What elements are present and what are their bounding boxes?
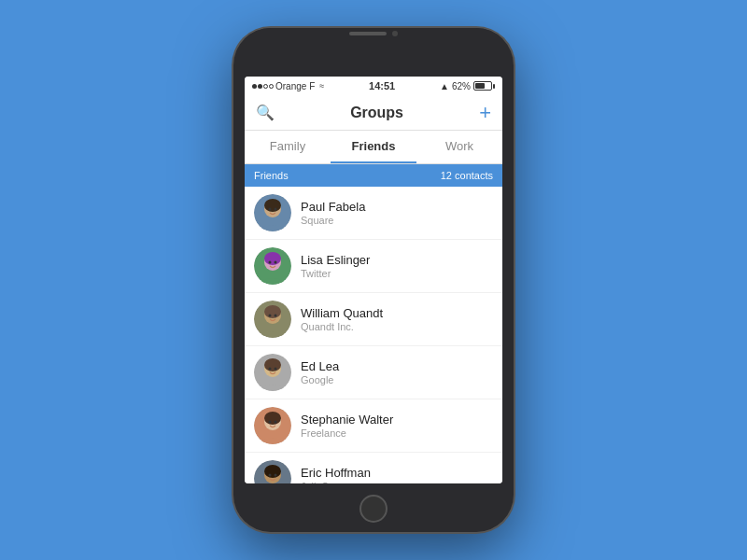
avatar	[254, 301, 291, 338]
nav-bar: 🔍 Groups +	[245, 95, 502, 131]
carrier-label: Orange F	[275, 81, 315, 91]
wifi-icon: ≈	[319, 81, 324, 91]
battery-body	[473, 81, 492, 91]
status-left: Orange F ≈	[252, 81, 324, 91]
battery-fill	[475, 83, 485, 89]
battery-label: 62%	[452, 81, 471, 91]
phone-camera	[392, 31, 398, 36]
avatar	[254, 407, 291, 444]
battery-tip	[493, 84, 495, 89]
section-label: Friends	[254, 170, 289, 181]
contacts-list[interactable]: Paul FabelaSquare Lisa EslingerTwitter W…	[245, 187, 502, 483]
phone-screen: Orange F ≈ 14:51 ▲ 62%	[245, 77, 502, 483]
signal-icon: ▲	[440, 81, 449, 91]
app-content: Orange F ≈ 14:51 ▲ 62%	[245, 77, 502, 483]
svg-point-13	[269, 315, 272, 317]
signal-dots	[252, 84, 274, 89]
status-time: 14:51	[369, 80, 395, 91]
contact-name: Lisa Eslinger	[301, 253, 370, 267]
battery-indicator	[473, 81, 495, 91]
phone-speaker	[349, 32, 387, 35]
dot-1	[252, 84, 257, 89]
svg-point-8	[269, 261, 272, 264]
svg-point-24	[275, 421, 277, 424]
contact-company: JellyCar	[301, 481, 371, 483]
contact-item[interactable]: Eric HoffmanJellyCar	[245, 453, 502, 483]
tab-work[interactable]: Work	[416, 131, 502, 163]
svg-point-14	[275, 315, 277, 317]
contact-name: William Quandt	[301, 306, 383, 320]
contact-company: Twitter	[301, 268, 370, 279]
svg-point-3	[269, 208, 272, 211]
avatar	[254, 354, 291, 391]
section-count: 12 contacts	[441, 170, 493, 181]
phone-top-bar	[233, 28, 514, 39]
contact-name: Eric Hoffman	[301, 466, 371, 480]
contact-name: Ed Lea	[301, 359, 339, 373]
svg-point-27	[264, 465, 281, 478]
status-bar: Orange F ≈ 14:51 ▲ 62%	[245, 77, 502, 95]
contact-name: Stephanie Walter	[301, 413, 393, 427]
contact-item[interactable]: Ed LeaGoogle	[245, 346, 502, 399]
dot-4	[269, 84, 274, 89]
tab-friends[interactable]: Friends	[331, 131, 416, 163]
svg-point-19	[275, 368, 277, 371]
avatar	[254, 460, 291, 483]
status-right: ▲ 62%	[440, 81, 495, 91]
svg-point-22	[264, 412, 281, 425]
svg-point-17	[264, 358, 281, 371]
svg-point-4	[275, 208, 277, 211]
phone-mockup: Orange F ≈ 14:51 ▲ 62%	[233, 28, 514, 532]
contact-company: Quandt Inc.	[301, 321, 383, 332]
add-button[interactable]: +	[479, 103, 491, 123]
contact-name: Paul Fabela	[301, 200, 365, 214]
svg-point-7	[264, 252, 281, 265]
avatar	[254, 194, 291, 231]
contact-item[interactable]: Paul FabelaSquare	[245, 187, 502, 240]
contact-item[interactable]: William QuandtQuandt Inc.	[245, 293, 502, 346]
svg-point-28	[269, 474, 272, 477]
contact-item[interactable]: Stephanie WalterFreelance	[245, 399, 502, 453]
contact-company: Freelance	[301, 427, 393, 439]
avatar	[254, 247, 291, 285]
svg-point-29	[275, 474, 277, 477]
svg-point-23	[269, 421, 272, 424]
home-button[interactable]	[359, 495, 388, 523]
section-header: Friends 12 contacts	[245, 164, 502, 187]
contact-company: Google	[301, 374, 339, 385]
svg-point-12	[264, 305, 281, 318]
dot-3	[263, 84, 268, 89]
nav-title: Groups	[350, 105, 403, 121]
contact-company: Square	[301, 215, 365, 226]
tab-family[interactable]: Family	[245, 131, 331, 163]
svg-point-2	[264, 199, 281, 212]
phone-frame: Orange F ≈ 14:51 ▲ 62%	[233, 28, 514, 532]
svg-point-18	[269, 368, 272, 371]
svg-point-9	[275, 261, 277, 264]
search-icon[interactable]: 🔍	[256, 105, 275, 120]
dot-2	[258, 84, 262, 89]
contact-item[interactable]: Lisa EslingerTwitter	[245, 240, 502, 293]
tabs-bar: Family Friends Work	[245, 131, 502, 164]
